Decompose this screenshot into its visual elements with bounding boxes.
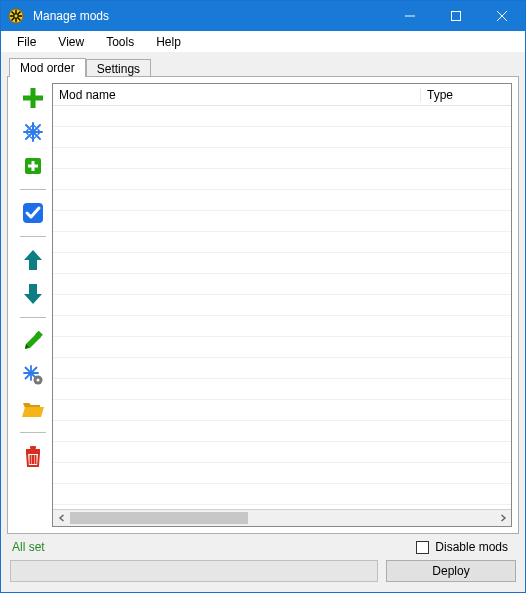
mod-table-wrap: Mod name Type — [52, 83, 512, 527]
table-body[interactable] — [53, 106, 511, 509]
table-row — [53, 169, 511, 190]
separator — [20, 317, 46, 318]
table-row — [53, 127, 511, 148]
side-toolbar — [14, 83, 52, 527]
h-scrollbar[interactable] — [53, 509, 511, 526]
folder-open-icon — [22, 400, 44, 418]
snowflake-icon — [23, 122, 43, 142]
tab-page-mod-order: Mod name Type — [7, 76, 519, 534]
delete-button[interactable] — [20, 443, 46, 469]
chevron-left-icon — [58, 514, 66, 522]
trash-icon — [24, 445, 42, 467]
table-row — [53, 148, 511, 169]
table-row — [53, 400, 511, 421]
svg-point-5 — [14, 14, 18, 18]
menu-tools[interactable]: Tools — [96, 33, 144, 51]
table-row — [53, 421, 511, 442]
table-row — [53, 232, 511, 253]
footer: All set Disable mods Deploy — [7, 534, 519, 586]
progress-bar — [10, 560, 378, 582]
col-mod-name[interactable]: Mod name — [53, 88, 421, 102]
titlebar: Manage mods — [1, 1, 525, 31]
snowflake-gear-icon — [23, 365, 43, 385]
separator — [20, 236, 46, 237]
scroll-thumb[interactable] — [70, 512, 248, 524]
checkbox-box — [416, 541, 429, 554]
table-row — [53, 463, 511, 484]
menu-file[interactable]: File — [7, 33, 46, 51]
svg-point-38 — [37, 379, 40, 382]
table-header: Mod name Type — [53, 84, 511, 106]
plus-icon — [22, 87, 44, 109]
mod-table[interactable]: Mod name Type — [52, 83, 512, 527]
separator — [20, 432, 46, 433]
disable-mods-checkbox[interactable]: Disable mods — [416, 540, 516, 554]
table-row — [53, 358, 511, 379]
maximize-button[interactable] — [433, 1, 479, 31]
tab-mod-order[interactable]: Mod order — [9, 58, 86, 77]
svg-rect-39 — [26, 449, 40, 452]
add-button[interactable] — [20, 85, 46, 111]
tab-strip: Mod order Settings — [7, 57, 519, 77]
col-type[interactable]: Type — [421, 88, 511, 102]
window-title: Manage mods — [31, 9, 109, 23]
disable-mods-label: Disable mods — [435, 540, 508, 554]
freeze-button[interactable] — [20, 119, 46, 145]
move-up-button[interactable] — [20, 247, 46, 273]
menubar: File View Tools Help — [1, 31, 525, 53]
app-icon — [1, 8, 31, 24]
check-square-icon — [22, 202, 44, 224]
menu-help[interactable]: Help — [146, 33, 191, 51]
table-row — [53, 484, 511, 505]
minimize-button[interactable] — [387, 1, 433, 31]
table-row — [53, 106, 511, 127]
table-row — [53, 337, 511, 358]
move-down-button[interactable] — [20, 281, 46, 307]
scroll-track[interactable] — [70, 510, 494, 527]
client-area: Mod order Settings — [1, 53, 525, 592]
window: Manage mods File View Tools Help Mod ord… — [0, 0, 526, 593]
svg-rect-7 — [452, 12, 461, 21]
deploy-button[interactable]: Deploy — [386, 560, 516, 582]
scroll-left-button[interactable] — [53, 510, 70, 527]
table-row — [53, 442, 511, 463]
close-button[interactable] — [479, 1, 525, 31]
separator — [20, 189, 46, 190]
toggle-button[interactable] — [20, 200, 46, 226]
table-row — [53, 295, 511, 316]
pencil-icon — [23, 331, 43, 351]
table-row — [53, 274, 511, 295]
svg-marker-29 — [24, 284, 42, 304]
open-folder-button[interactable] — [20, 396, 46, 422]
table-row — [53, 253, 511, 274]
svg-rect-11 — [23, 96, 43, 101]
table-row — [53, 379, 511, 400]
arrow-down-icon — [23, 283, 43, 305]
svg-rect-40 — [30, 446, 36, 449]
table-row — [53, 211, 511, 232]
svg-marker-28 — [24, 250, 42, 270]
svg-rect-26 — [28, 165, 38, 168]
edit-button[interactable] — [20, 328, 46, 354]
menu-view[interactable]: View — [48, 33, 94, 51]
table-row — [53, 316, 511, 337]
add-small-button[interactable] — [20, 153, 46, 179]
plus-square-icon — [24, 157, 42, 175]
table-row — [53, 190, 511, 211]
arrow-up-icon — [23, 249, 43, 271]
status-label: All set — [10, 540, 45, 554]
freeze-settings-button[interactable] — [20, 362, 46, 388]
chevron-right-icon — [499, 514, 507, 522]
scroll-right-button[interactable] — [494, 510, 511, 527]
